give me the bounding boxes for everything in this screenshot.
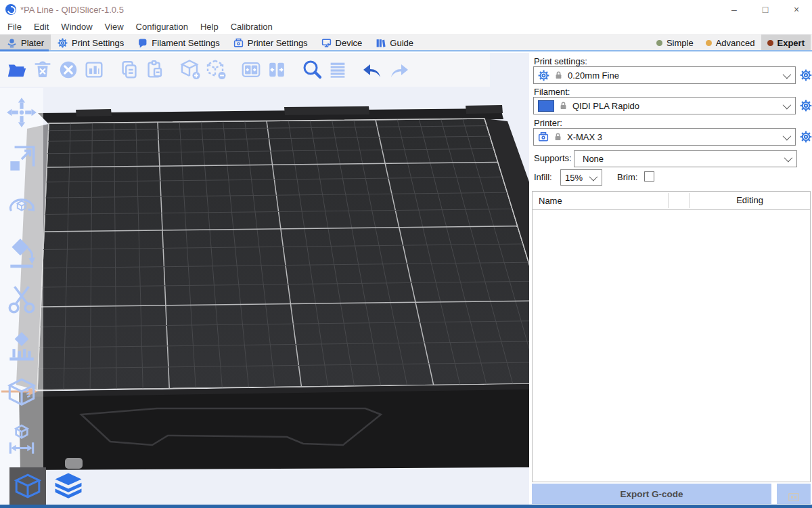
print-settings-label: Print settings: (534, 56, 587, 66)
menu-calibration[interactable]: Calibration (225, 22, 279, 32)
variable-layer-height-button[interactable] (326, 58, 349, 81)
place-on-face-tool[interactable] (4, 235, 39, 270)
move-icon (5, 96, 39, 129)
gear-icon (800, 69, 812, 81)
tab-print-settings[interactable]: Print Settings (51, 35, 131, 51)
gizmo-toolbar (0, 88, 43, 508)
tab-label: Print Settings (72, 38, 124, 48)
mode-label: Advanced (716, 38, 755, 48)
supports-combo[interactable]: None (574, 150, 797, 167)
split-to-objects-button[interactable] (240, 58, 263, 81)
measure-tool[interactable] (4, 422, 39, 457)
arrange-icon (83, 59, 105, 81)
print-settings-combo[interactable]: 0.20mm Fine (533, 66, 796, 84)
menu-edit[interactable]: Edit (28, 22, 55, 32)
supports-value: None (579, 154, 780, 164)
filament-icon (137, 38, 148, 48)
mode-advanced[interactable]: Advanced (700, 35, 761, 51)
gear-icon (538, 70, 549, 81)
printer-gear-button[interactable] (800, 131, 812, 143)
paint-supports-tool[interactable] (4, 329, 39, 364)
search-button[interactable] (300, 58, 323, 81)
copy-button[interactable] (118, 58, 141, 81)
layers-icon (53, 471, 84, 502)
paste-button[interactable] (143, 58, 166, 81)
export-gcode-button[interactable]: Export G-code (532, 484, 771, 504)
arrange-button[interactable] (83, 58, 106, 81)
menu-configuration[interactable]: Configuration (130, 22, 194, 32)
split-to-objects-icon (240, 59, 262, 81)
print-settings-gear-button[interactable] (800, 69, 812, 81)
brim-checkbox[interactable] (644, 171, 654, 182)
advanced-dot-icon (706, 40, 712, 46)
mode-label: Expert (777, 38, 805, 48)
mode-expert[interactable]: Expert (761, 35, 811, 51)
delete-all-button[interactable] (57, 58, 80, 81)
infill-combo[interactable]: 15% (560, 169, 602, 186)
rotate-icon (5, 189, 39, 223)
plater-icon (7, 38, 17, 48)
printer-icon (233, 38, 244, 48)
simple-dot-icon (656, 40, 662, 46)
gear-icon (800, 100, 812, 112)
redo-button[interactable] (387, 58, 410, 81)
delete-icon (32, 59, 53, 81)
preview-sliced-view-button[interactable] (50, 467, 87, 505)
maximize-button[interactable]: □ (750, 0, 781, 19)
export-options-button[interactable] (777, 484, 811, 504)
filament-combo[interactable]: QIDI PLA Rapido (533, 97, 796, 114)
filament-gear-button[interactable] (800, 100, 812, 112)
column-name: Name (533, 196, 668, 206)
paint-supports-icon (5, 329, 39, 363)
supports-label: Supports: (534, 153, 572, 163)
chevron-down-icon (589, 172, 598, 181)
tab-filament-settings[interactable]: Filament Settings (131, 35, 226, 51)
tab-underline-selected (0, 49, 49, 51)
3d-editor-view-button[interactable] (9, 467, 46, 505)
removable-drive-icon (788, 493, 799, 501)
3d-viewport[interactable] (0, 53, 529, 508)
lock-icon (559, 101, 568, 110)
tab-printer-settings[interactable]: Printer Settings (227, 35, 315, 51)
printer-icon (538, 131, 549, 142)
printer-combo[interactable]: X-MAX 3 (533, 128, 796, 146)
move-tool[interactable] (4, 95, 39, 130)
menu-help[interactable]: Help (194, 22, 225, 32)
menu-view[interactable]: View (99, 22, 130, 32)
undo-button[interactable] (361, 58, 384, 81)
cut-tool[interactable] (4, 282, 39, 317)
lock-icon (554, 70, 563, 80)
menu-file[interactable]: File (1, 22, 28, 32)
undo-icon (361, 58, 384, 81)
menu-window[interactable]: Window (55, 22, 98, 32)
remove-instance-icon (204, 58, 227, 81)
window-controls: – □ × (719, 0, 812, 19)
delete-button[interactable] (31, 58, 54, 81)
split-to-parts-icon (266, 59, 288, 81)
chevron-down-icon (784, 154, 793, 163)
split-to-parts-button[interactable] (265, 58, 288, 81)
app-logo-icon (5, 4, 16, 15)
redo-icon (387, 58, 410, 81)
object-list[interactable]: Name Editing (532, 191, 811, 482)
tab-device[interactable]: Device (315, 35, 369, 51)
tab-label: Printer Settings (248, 38, 308, 48)
tab-label: Filament Settings (152, 38, 219, 48)
filament-label: Filament: (534, 87, 570, 97)
minimize-button[interactable]: – (719, 0, 750, 19)
tab-plater[interactable]: Plater (0, 35, 51, 51)
scale-tool[interactable] (4, 142, 39, 177)
device-icon (321, 38, 332, 48)
chevron-down-icon (783, 100, 792, 109)
add-instance-button[interactable] (179, 58, 202, 81)
open-button[interactable] (5, 58, 28, 81)
rotate-tool[interactable] (4, 188, 39, 224)
settings-panel: Print settings: 0.20mm Fine Filament: QI… (532, 53, 812, 505)
printer-label: Printer: (534, 118, 562, 128)
main-toolbar (0, 53, 490, 87)
close-button[interactable]: × (781, 0, 812, 19)
seam-painting-tool[interactable] (4, 375, 39, 410)
mode-simple[interactable]: Simple (650, 35, 700, 51)
tab-guide[interactable]: Guide (369, 35, 420, 51)
remove-instance-button[interactable] (204, 58, 227, 81)
